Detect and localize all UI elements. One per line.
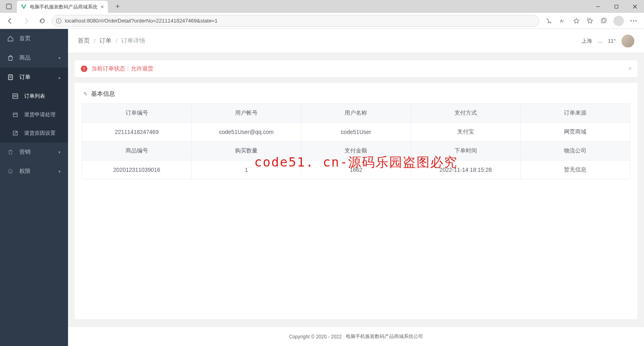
chevron-down-icon: ▾ xyxy=(58,150,61,155)
favorites-icon[interactable] xyxy=(586,17,594,25)
forward-button[interactable] xyxy=(19,14,33,27)
breadcrumb-sep: / xyxy=(116,37,117,44)
sidebar-label: 退货申请处理 xyxy=(24,111,56,118)
back-button[interactable] xyxy=(3,14,17,27)
star-icon[interactable] xyxy=(572,17,580,25)
new-tab-button[interactable]: + xyxy=(112,1,123,12)
breadcrumb-current: 订单详情 xyxy=(121,37,145,45)
breadcrumb: 首页 / 订单 / 订单详情 xyxy=(78,37,145,45)
more-icon[interactable] xyxy=(630,17,638,25)
sidebar: 首页 商品 ▾ 订单 ▴ 订单列表 退货申请处理 xyxy=(0,29,68,346)
th: 订单编号 xyxy=(82,104,192,123)
profile-button[interactable] xyxy=(613,16,624,26)
basic-info-panel: ✎ 基本信息 订单编号 用户帐号 用户名称 支付方式 订单来源 22111418… xyxy=(74,83,638,319)
svg-rect-22 xyxy=(13,94,18,99)
weather-temp: 11° xyxy=(608,38,616,44)
td: code51User xyxy=(301,123,411,142)
sidebar-submenu-order: 订单列表 退货申请处理 退货原因设置 xyxy=(0,87,68,142)
sidebar-label: 权限 xyxy=(19,168,31,175)
sidebar-sub-return-reason[interactable]: 退货原因设置 xyxy=(0,124,68,142)
sidebar-sub-order-list[interactable]: 订单列表 xyxy=(0,87,68,105)
sidebar-label: 订单列表 xyxy=(24,93,45,100)
info-table: 订单编号 用户帐号 用户名称 支付方式 订单来源 22111418247469 … xyxy=(82,103,630,179)
browser-tab[interactable]: 电脑手机服装数码产品商城系统 × xyxy=(17,1,108,13)
breadcrumb-sep: / xyxy=(94,37,95,44)
pencil-icon: ✎ xyxy=(83,91,88,97)
sidebar-item-product[interactable]: 商品 ▾ xyxy=(0,48,68,68)
svg-point-16 xyxy=(631,20,632,21)
topbar: 首页 / 订单 / 订单详情 上海 ... 11° xyxy=(68,29,644,53)
alert-text: 当前订单状态：允许退货 xyxy=(91,65,153,72)
footer-company: 电脑手机服装数码产品商城系统公司 xyxy=(346,333,423,340)
clipboard-icon xyxy=(7,74,14,80)
user-avatar[interactable] xyxy=(621,35,634,47)
footer-copyright: Copyright © 2020 - 2022 xyxy=(289,334,342,340)
browser-titlebar: 电脑手机服装数码产品商城系统 × + xyxy=(0,0,644,13)
chevron-down-icon: ▾ xyxy=(58,169,61,174)
svg-rect-0 xyxy=(6,4,11,9)
sidebar-item-order[interactable]: 订单 ▴ xyxy=(0,68,68,87)
window-controls xyxy=(588,0,644,13)
td: 1 xyxy=(192,161,301,179)
td: code51User@qq.com xyxy=(192,123,301,142)
chevron-up-icon: ▴ xyxy=(58,75,61,80)
th: 商品编号 xyxy=(82,142,192,161)
sidebar-label: 营销 xyxy=(19,148,31,156)
th: 下单时间 xyxy=(411,142,520,161)
read-aloud-icon[interactable]: A» xyxy=(559,17,567,25)
weather-dots: ... xyxy=(598,38,602,44)
th: 支付金额 xyxy=(301,142,411,161)
th: 用户名称 xyxy=(301,104,411,123)
footer: Copyright © 2020 - 2022 电脑手机服装数码产品商城系统公司 xyxy=(68,327,644,346)
td: 暂无信息 xyxy=(520,161,630,179)
bell-icon xyxy=(7,168,14,175)
breadcrumb-home[interactable]: 首页 xyxy=(78,37,90,45)
svg-rect-2 xyxy=(615,5,618,8)
svg-point-8 xyxy=(548,22,549,23)
td: 22111418247469 xyxy=(82,123,192,142)
maximize-button[interactable] xyxy=(607,0,625,13)
th: 支付方式 xyxy=(411,104,520,123)
alert-close-icon[interactable]: × xyxy=(628,65,632,72)
svg-rect-7 xyxy=(58,21,59,22)
sidebar-label: 商品 xyxy=(19,54,31,62)
weather-city: 上海 xyxy=(582,37,592,45)
svg-point-6 xyxy=(58,19,59,20)
panel-title-text: 基本信息 xyxy=(91,90,115,98)
tab-actions-button[interactable] xyxy=(2,1,15,12)
minimize-button[interactable] xyxy=(588,0,607,13)
td: 202012311039016 xyxy=(82,161,192,179)
tab-close-icon[interactable]: × xyxy=(101,4,104,10)
td: 网页商城 xyxy=(520,123,630,142)
close-window-button[interactable] xyxy=(625,0,644,13)
site-info-icon[interactable] xyxy=(56,18,62,24)
sidebar-label: 订单 xyxy=(19,74,31,81)
sidebar-label: 退货原因设置 xyxy=(24,130,56,137)
address-bar[interactable]: localhost:8080/#/OrderDetail?orderNo=221… xyxy=(52,15,539,27)
sidebar-item-marketing[interactable]: 营销 ▾ xyxy=(0,142,68,162)
svg-rect-19 xyxy=(8,75,12,80)
sidebar-sub-return-apply[interactable]: 退货申请处理 xyxy=(0,105,68,124)
svg-text:»: » xyxy=(563,19,564,22)
svg-point-17 xyxy=(633,20,634,21)
svg-point-18 xyxy=(636,20,637,21)
sidebar-item-home[interactable]: 首页 xyxy=(0,29,68,48)
shopping-icon[interactable] xyxy=(545,17,553,25)
breadcrumb-order[interactable]: 订单 xyxy=(99,37,111,45)
url-text: localhost:8080/#/OrderDetail?orderNo=221… xyxy=(65,18,217,24)
sidebar-item-permission[interactable]: 权限 ▾ xyxy=(0,162,68,181)
warning-icon: ! xyxy=(81,66,87,72)
refresh-button[interactable] xyxy=(35,14,49,27)
vue-favicon-icon xyxy=(21,4,27,10)
browser-toolbar: localhost:8080/#/OrderDetail?orderNo=221… xyxy=(0,13,644,29)
tab-title: 电脑手机服装数码产品商城系统 xyxy=(30,4,97,10)
chevron-down-icon: ▾ xyxy=(58,56,61,61)
td: 1662 xyxy=(301,161,411,179)
bag-icon xyxy=(7,55,14,61)
edit-icon xyxy=(12,130,19,136)
status-alert: ! 当前订单状态：允许退货 × xyxy=(74,60,638,77)
collections-icon[interactable] xyxy=(600,17,608,25)
th: 购买数量 xyxy=(192,142,301,161)
gear-icon xyxy=(7,149,14,155)
sidebar-label: 首页 xyxy=(19,35,31,42)
